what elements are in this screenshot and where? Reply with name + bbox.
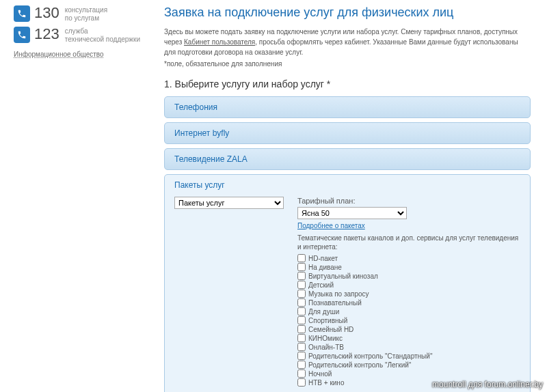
package-option-checkbox[interactable] <box>297 281 306 289</box>
accordion-tv-zala[interactable]: Телевидение ZALA <box>164 148 531 170</box>
phone-icon <box>14 5 30 22</box>
package-option-label: Виртуальный кинозал <box>308 272 378 280</box>
package-option-checkbox[interactable] <box>297 307 306 316</box>
package-option-checkbox[interactable] <box>297 369 306 378</box>
theme-desc: Тематические пакеты каналов и доп. серви… <box>297 234 520 251</box>
package-option[interactable]: Музыка по запросу <box>297 290 520 298</box>
package-option-label: HD-пакет <box>308 255 338 262</box>
package-option-label: Родительский контроль "Легкий" <box>308 361 411 369</box>
required-note: *поле, обязательное для заполнения <box>164 60 531 68</box>
package-option-checkbox[interactable] <box>297 298 306 307</box>
package-option[interactable]: На диване <box>297 263 520 271</box>
accordion-internet-byfly[interactable]: Интернет byfly <box>164 122 531 144</box>
info-society-link[interactable]: Информационное общество <box>14 51 150 58</box>
package-option-checkbox[interactable] <box>297 263 306 271</box>
package-option[interactable]: Родительский контроль "Легкий" <box>297 361 520 369</box>
more-packages-link[interactable]: Подробнее о пакетах <box>297 222 365 229</box>
package-option-label: НТВ + кино <box>308 379 344 387</box>
package-option-label: Спортивный <box>308 317 347 324</box>
phone-item-123: 123 служба технической поддержки <box>14 27 150 44</box>
package-option-checkbox[interactable] <box>297 334 306 342</box>
package-option-label: Познавательный <box>308 299 362 307</box>
package-option-label: На диване <box>308 264 342 271</box>
package-option[interactable]: Родительский контроль "Стандартный" <box>297 352 520 360</box>
step-1-title: 1. Выберите услугу или набор услуг * <box>164 79 531 89</box>
package-option[interactable]: КИНОмикс <box>297 334 520 342</box>
package-select[interactable]: Пакеты услуг <box>174 197 284 209</box>
accordion-telephony[interactable]: Телефония <box>164 96 531 118</box>
sidebar: 130 консультация по услугам 123 служба т… <box>0 0 156 392</box>
package-option-checkbox[interactable] <box>297 316 306 324</box>
package-option-checkbox[interactable] <box>297 378 306 387</box>
tariff-label: Тарифный план: <box>297 197 520 205</box>
phone-number: 130 <box>34 5 59 20</box>
package-option[interactable]: Познавательный <box>297 298 520 307</box>
package-option-label: Онлайн-ТВ <box>308 344 344 351</box>
package-option[interactable]: Виртуальный кинозал <box>297 272 520 280</box>
package-option-checkbox[interactable] <box>297 352 306 360</box>
tariff-select[interactable]: Ясна 50 <box>297 207 407 219</box>
phone-desc: консультация по услугам <box>65 5 107 23</box>
intro-text: Здесь вы можете подать заявку на подключ… <box>164 27 531 57</box>
main-content: Заявка на подключение услуг для физическ… <box>156 0 547 392</box>
phone-desc: служба технической поддержки <box>65 27 140 44</box>
package-option-checkbox[interactable] <box>297 343 306 351</box>
package-option[interactable]: HD-пакет <box>297 254 520 262</box>
package-option[interactable]: Семейный HD <box>297 325 520 333</box>
phone-icon <box>14 27 30 43</box>
package-option-label: КИНОмикс <box>308 335 343 342</box>
package-option-checkbox[interactable] <box>297 254 306 262</box>
accordion-packages-header[interactable]: Пакеты услуг <box>174 180 520 190</box>
package-option-label: Ночной <box>308 370 332 378</box>
package-option-checkbox[interactable] <box>297 272 306 280</box>
package-option[interactable]: Для души <box>297 307 520 316</box>
accordion-packages: Пакеты услуг Пакеты услуг Тарифный план:… <box>164 174 531 392</box>
package-option[interactable]: Детский <box>297 281 520 289</box>
package-option-label: Музыка по запросу <box>308 290 369 298</box>
package-option-label: Семейный HD <box>308 326 353 333</box>
package-option[interactable]: Спортивный <box>297 316 520 324</box>
user-cabinet-link[interactable]: Кабинет пользователя <box>184 38 255 46</box>
phone-item-130: 130 консультация по услугам <box>14 5 150 23</box>
watermark: mountroll для forum.onliner.by <box>432 380 543 389</box>
phone-number: 123 <box>34 27 59 42</box>
package-option[interactable]: Ночной <box>297 369 520 378</box>
package-option-label: Для души <box>308 308 339 316</box>
package-option-label: Детский <box>308 281 334 289</box>
package-option-checkbox[interactable] <box>297 290 306 298</box>
page-title: Заявка на подключение услуг для физическ… <box>164 5 531 20</box>
package-option-checkbox[interactable] <box>297 325 306 333</box>
package-option-checkbox[interactable] <box>297 361 306 369</box>
package-option-label: Родительский контроль "Стандартный" <box>308 352 432 360</box>
package-option[interactable]: Онлайн-ТВ <box>297 343 520 351</box>
